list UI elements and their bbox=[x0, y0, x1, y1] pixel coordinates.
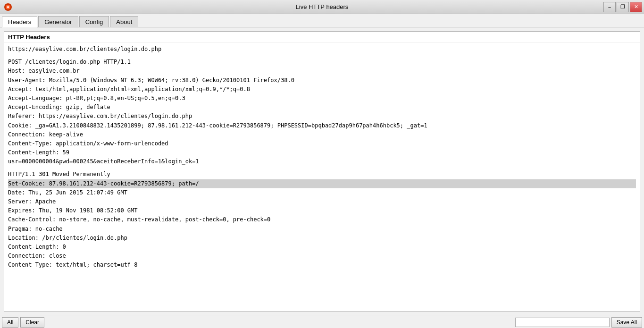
http-header-line: Connection: close bbox=[8, 252, 636, 261]
http-header-line: Connection: keep-alive bbox=[8, 130, 636, 139]
http-header-line: Expires: Thu, 19 Nov 1981 08:52:00 GMT bbox=[8, 206, 636, 215]
http-header-line: Host: easylive.com.br bbox=[8, 67, 636, 76]
app-icon bbox=[4, 3, 12, 11]
titlebar: Live HTTP headers − ❐ ✕ bbox=[0, 0, 644, 14]
headers-content[interactable]: https://easylive.com.br/clientes/login.d… bbox=[4, 43, 640, 311]
http-header-line: Server: Apache bbox=[8, 197, 636, 206]
http-header-line: Cookie: _ga=GA1.3.2100848832.1435201899;… bbox=[8, 121, 636, 130]
close-button[interactable]: ✕ bbox=[630, 2, 642, 12]
tab-about[interactable]: About bbox=[110, 16, 138, 27]
restore-button[interactable]: ❐ bbox=[617, 2, 629, 12]
http-header-line: Location: /br/clientes/login.do.php bbox=[8, 234, 636, 243]
all-button[interactable]: All bbox=[2, 317, 18, 328]
http-header-line: POST /clientes/login.do.php HTTP/1.1 bbox=[8, 58, 636, 67]
window-title: Live HTTP headers bbox=[296, 3, 349, 10]
http-header-line: Pragma: no-cache bbox=[8, 225, 636, 234]
http-header-line: Accept-Language: pt-BR,pt;q=0.8,en-US;q=… bbox=[8, 94, 636, 103]
http-header-line: Cache-Control: no-store, no-cache, must-… bbox=[8, 215, 636, 224]
http-header-line: Content-Type: application/x-www-form-url… bbox=[8, 139, 636, 148]
svg-point-2 bbox=[7, 6, 9, 8]
clear-button[interactable]: Clear bbox=[20, 317, 44, 328]
main-content: HTTP Headers https://easylive.com.br/cli… bbox=[0, 27, 644, 316]
tab-generator[interactable]: Generator bbox=[38, 16, 78, 27]
filter-input[interactable] bbox=[515, 318, 610, 327]
tab-bar: Headers Generator Config About bbox=[0, 14, 644, 27]
http-header-line: Date: Thu, 25 Jun 2015 21:07:49 GMT bbox=[8, 188, 636, 197]
tab-config[interactable]: Config bbox=[79, 16, 109, 27]
http-header-line: https://easylive.com.br/clientes/login.d… bbox=[8, 45, 636, 54]
http-header-line: Content-Length: 59 bbox=[8, 148, 636, 157]
headers-panel-label: HTTP Headers bbox=[4, 32, 640, 43]
http-header-line: Referer: https://easylive.com.br/cliente… bbox=[8, 112, 636, 121]
http-header-line: usr=0000000004&pwd=000245&aceitoReceberI… bbox=[8, 157, 636, 166]
window-controls: − ❐ ✕ bbox=[603, 2, 642, 12]
http-header-line: Content-Length: 0 bbox=[8, 243, 636, 252]
http-spacer bbox=[8, 54, 636, 58]
http-header-line: Content-Type: text/html; charset=utf-8 bbox=[8, 261, 636, 269]
headers-panel: HTTP Headers https://easylive.com.br/cli… bbox=[4, 31, 640, 312]
tab-headers[interactable]: Headers bbox=[2, 17, 37, 27]
http-header-line: HTTP/1.1 301 Moved Permanently bbox=[8, 170, 636, 179]
save-button[interactable]: Save All bbox=[611, 317, 642, 328]
http-header-line: User-Agent: Mozilla/5.0 (Windows NT 6.3;… bbox=[8, 76, 636, 85]
http-header-line: Accept: text/html,application/xhtml+xml,… bbox=[8, 85, 636, 94]
http-header-line: Accept-Encoding: gzip, deflate bbox=[8, 103, 636, 112]
http-spacer bbox=[8, 166, 636, 170]
http-header-line: Set-Cookie: 87.98.161.212-443-cookie=R27… bbox=[8, 179, 636, 188]
bottom-bar: All Clear Save All bbox=[0, 316, 644, 328]
minimize-button[interactable]: − bbox=[603, 2, 616, 12]
